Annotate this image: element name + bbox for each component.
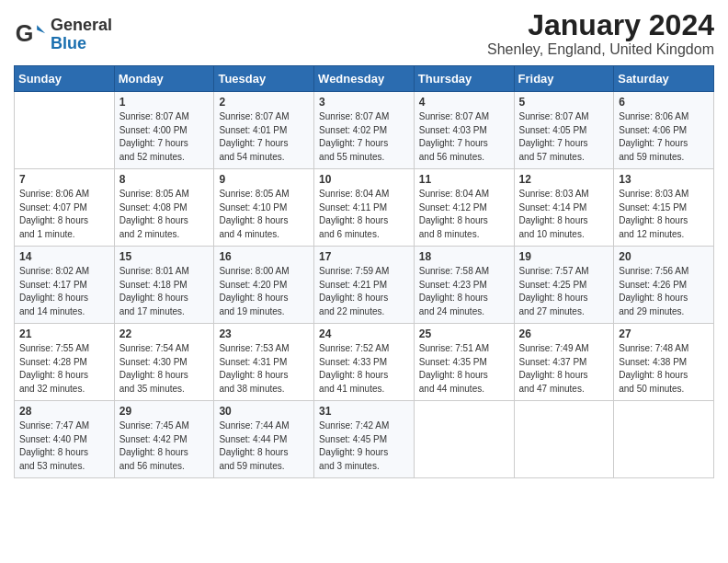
calendar-cell: 24Sunrise: 7:52 AMSunset: 4:33 PMDayligh… — [314, 324, 415, 401]
day-number: 8 — [119, 173, 210, 186]
cell-info: Sunrise: 8:01 AMSunset: 4:18 PMDaylight:… — [119, 265, 210, 318]
logo-text: General Blue — [51, 17, 112, 53]
calendar-cell: 31Sunrise: 7:42 AMSunset: 4:45 PMDayligh… — [314, 401, 415, 478]
calendar-cell: 14Sunrise: 8:02 AMSunset: 4:17 PMDayligh… — [15, 247, 115, 324]
day-number: 24 — [319, 327, 409, 340]
logo-line1: General — [51, 17, 112, 35]
title-area: January 2024 Shenley, England, United Ki… — [487, 9, 714, 58]
cell-info: Sunrise: 8:03 AMSunset: 4:14 PMDaylight:… — [519, 188, 609, 241]
cell-info: Sunrise: 8:00 AMSunset: 4:20 PMDaylight:… — [219, 265, 309, 318]
day-number: 11 — [419, 173, 509, 186]
calendar-cell: 27Sunrise: 7:48 AMSunset: 4:38 PMDayligh… — [614, 324, 714, 401]
day-number: 28 — [19, 405, 109, 418]
header-cell-tuesday: Tuesday — [214, 66, 314, 92]
calendar-cell: 13Sunrise: 8:03 AMSunset: 4:15 PMDayligh… — [614, 169, 714, 247]
logo: G General Blue — [14, 17, 112, 53]
calendar-table: SundayMondayTuesdayWednesdayThursdayFrid… — [14, 65, 714, 478]
day-number: 7 — [19, 173, 109, 186]
month-title: January 2024 — [487, 9, 714, 41]
cell-info: Sunrise: 8:06 AMSunset: 4:06 PMDaylight:… — [619, 110, 709, 164]
cell-info: Sunrise: 8:06 AMSunset: 4:07 PMDaylight:… — [19, 188, 109, 241]
calendar-cell: 4Sunrise: 8:07 AMSunset: 4:03 PMDaylight… — [414, 92, 514, 169]
week-row-4: 28Sunrise: 7:47 AMSunset: 4:40 PMDayligh… — [15, 401, 714, 478]
calendar-header: SundayMondayTuesdayWednesdayThursdayFrid… — [15, 66, 714, 92]
header-row: SundayMondayTuesdayWednesdayThursdayFrid… — [15, 66, 714, 92]
svg-text:G: G — [16, 20, 34, 46]
cell-info: Sunrise: 7:54 AMSunset: 4:30 PMDaylight:… — [119, 342, 210, 396]
calendar-cell — [614, 401, 714, 478]
header-cell-friday: Friday — [514, 66, 614, 92]
cell-info: Sunrise: 7:51 AMSunset: 4:35 PMDaylight:… — [419, 342, 509, 396]
day-number: 20 — [619, 250, 709, 263]
svg-marker-1 — [37, 25, 45, 33]
calendar-cell: 26Sunrise: 7:49 AMSunset: 4:37 PMDayligh… — [514, 324, 614, 401]
calendar-cell: 21Sunrise: 7:55 AMSunset: 4:28 PMDayligh… — [15, 324, 115, 401]
week-row-1: 7Sunrise: 8:06 AMSunset: 4:07 PMDaylight… — [15, 169, 714, 247]
day-number: 14 — [19, 250, 109, 263]
day-number: 25 — [419, 327, 509, 340]
day-number: 23 — [219, 327, 309, 340]
week-row-0: 1Sunrise: 8:07 AMSunset: 4:00 PMDaylight… — [15, 92, 714, 169]
day-number: 5 — [519, 96, 609, 109]
day-number: 16 — [219, 250, 309, 263]
cell-info: Sunrise: 8:07 AMSunset: 4:01 PMDaylight:… — [219, 110, 309, 164]
day-number: 17 — [319, 250, 409, 263]
week-row-3: 21Sunrise: 7:55 AMSunset: 4:28 PMDayligh… — [15, 324, 714, 401]
calendar-cell: 2Sunrise: 8:07 AMSunset: 4:01 PMDaylight… — [214, 92, 314, 169]
calendar-cell: 17Sunrise: 7:59 AMSunset: 4:21 PMDayligh… — [314, 247, 415, 324]
cell-info: Sunrise: 8:04 AMSunset: 4:12 PMDaylight:… — [419, 188, 509, 241]
calendar-cell: 18Sunrise: 7:58 AMSunset: 4:23 PMDayligh… — [414, 247, 514, 324]
cell-info: Sunrise: 7:44 AMSunset: 4:44 PMDaylight:… — [219, 419, 309, 473]
day-number: 22 — [119, 327, 210, 340]
calendar-cell: 6Sunrise: 8:06 AMSunset: 4:06 PMDaylight… — [614, 92, 714, 169]
day-number: 15 — [119, 250, 210, 263]
location-title: Shenley, England, United Kingdom — [487, 41, 714, 58]
cell-info: Sunrise: 7:42 AMSunset: 4:45 PMDaylight:… — [319, 419, 409, 473]
cell-info: Sunrise: 8:07 AMSunset: 4:02 PMDaylight:… — [319, 110, 409, 164]
day-number: 18 — [419, 250, 509, 263]
calendar-cell — [15, 92, 115, 169]
cell-info: Sunrise: 8:07 AMSunset: 4:00 PMDaylight:… — [119, 110, 210, 164]
calendar-cell: 25Sunrise: 7:51 AMSunset: 4:35 PMDayligh… — [414, 324, 514, 401]
calendar-cell — [414, 401, 514, 478]
calendar-cell: 28Sunrise: 7:47 AMSunset: 4:40 PMDayligh… — [15, 401, 115, 478]
calendar-cell: 11Sunrise: 8:04 AMSunset: 4:12 PMDayligh… — [414, 169, 514, 247]
cell-info: Sunrise: 8:02 AMSunset: 4:17 PMDaylight:… — [19, 265, 109, 318]
calendar-cell: 19Sunrise: 7:57 AMSunset: 4:25 PMDayligh… — [514, 247, 614, 324]
header: G General Blue January 2024 Shenley, Eng… — [14, 9, 714, 58]
calendar-cell — [514, 401, 614, 478]
day-number: 4 — [419, 96, 509, 109]
day-number: 13 — [619, 173, 709, 186]
cell-info: Sunrise: 7:59 AMSunset: 4:21 PMDaylight:… — [319, 265, 409, 318]
calendar-cell: 16Sunrise: 8:00 AMSunset: 4:20 PMDayligh… — [214, 247, 314, 324]
day-number: 9 — [219, 173, 309, 186]
cell-info: Sunrise: 7:52 AMSunset: 4:33 PMDaylight:… — [319, 342, 409, 396]
logo-icon: G — [14, 18, 47, 52]
calendar-cell: 1Sunrise: 8:07 AMSunset: 4:00 PMDaylight… — [114, 92, 214, 169]
day-number: 19 — [519, 250, 609, 263]
cell-info: Sunrise: 7:47 AMSunset: 4:40 PMDaylight:… — [19, 419, 109, 473]
cell-info: Sunrise: 8:07 AMSunset: 4:03 PMDaylight:… — [419, 110, 509, 164]
day-number: 21 — [19, 327, 109, 340]
calendar-cell: 10Sunrise: 8:04 AMSunset: 4:11 PMDayligh… — [314, 169, 415, 247]
header-cell-thursday: Thursday — [414, 66, 514, 92]
day-number: 2 — [219, 96, 309, 109]
header-cell-sunday: Sunday — [15, 66, 115, 92]
calendar-cell: 29Sunrise: 7:45 AMSunset: 4:42 PMDayligh… — [114, 401, 214, 478]
cell-info: Sunrise: 7:45 AMSunset: 4:42 PMDaylight:… — [119, 419, 210, 473]
calendar-cell: 8Sunrise: 8:05 AMSunset: 4:08 PMDaylight… — [114, 169, 214, 247]
calendar-cell: 3Sunrise: 8:07 AMSunset: 4:02 PMDaylight… — [314, 92, 415, 169]
day-number: 12 — [519, 173, 609, 186]
cell-info: Sunrise: 8:03 AMSunset: 4:15 PMDaylight:… — [619, 188, 709, 241]
calendar-cell: 20Sunrise: 7:56 AMSunset: 4:26 PMDayligh… — [614, 247, 714, 324]
logo-line2: Blue — [51, 35, 112, 53]
cell-info: Sunrise: 7:49 AMSunset: 4:37 PMDaylight:… — [519, 342, 609, 396]
calendar-cell: 23Sunrise: 7:53 AMSunset: 4:31 PMDayligh… — [214, 324, 314, 401]
day-number: 27 — [619, 327, 709, 340]
week-row-2: 14Sunrise: 8:02 AMSunset: 4:17 PMDayligh… — [15, 247, 714, 324]
day-number: 3 — [319, 96, 409, 109]
cell-info: Sunrise: 8:04 AMSunset: 4:11 PMDaylight:… — [319, 188, 409, 241]
day-number: 26 — [519, 327, 609, 340]
day-number: 29 — [119, 405, 210, 418]
calendar-cell: 9Sunrise: 8:05 AMSunset: 4:10 PMDaylight… — [214, 169, 314, 247]
